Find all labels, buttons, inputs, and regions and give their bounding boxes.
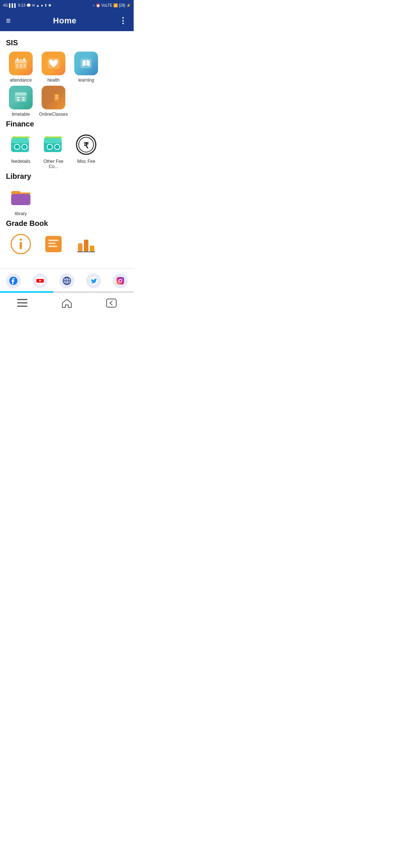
svg-point-40 [20,239,22,241]
gradebook-report-icon [42,232,65,256]
top-bar: ≡ Home ⋮ [0,10,134,31]
gradebook-chart-icon-box [74,232,98,256]
svg-rect-30 [44,138,62,143]
twitter-button[interactable] [86,273,101,288]
svg-rect-46 [78,243,82,251]
svg-text:₹: ₹ [84,141,89,150]
facebook-icon [9,276,18,285]
svg-rect-63 [17,302,27,303]
svg-text:↑: ↑ [24,145,26,149]
instagram-icon [116,276,125,285]
feedetails-item[interactable]: ↓ ↑ feedetails [6,133,36,169]
online-classes-icon-box [42,86,65,109]
library-item[interactable]: library [6,185,36,216]
web-button[interactable] [59,273,74,288]
svg-text:↑: ↑ [56,145,58,149]
svg-rect-14 [15,92,27,95]
alarm-icon: ⏰ [96,3,100,7]
more-options-button[interactable]: ⋮ [119,16,128,26]
bubble-icon: ● [41,3,43,7]
svg-rect-43 [48,240,59,241]
health-icon [46,56,61,71]
attendance-label: attendance [10,78,32,83]
nav-menu-button[interactable] [14,297,30,309]
svg-rect-24 [11,138,29,143]
other-fee-icon: ↓ ↑ [42,133,65,157]
nav-menu-icon [17,299,27,307]
status-left: 4G ▌▌▌ 9:13 💬 ✉ ▲ ● ⬆ ✱ [3,3,51,7]
time-display: 9:13 [18,3,25,7]
attendance-item[interactable]: attendance [6,52,36,83]
online-classes-item[interactable]: OnlineClasses [39,86,68,117]
other-fee-icon-box: ↓ ↑ [42,133,65,157]
gradebook-report-item[interactable] [39,232,68,258]
misc-fee-label: Misc Fee [77,159,95,164]
other-fee-item[interactable]: ↓ ↑ Other Fee Co... [39,133,68,169]
library-section-title: Library [6,172,128,181]
svg-rect-3 [23,58,25,61]
location-icon: ○ [92,3,95,7]
bolt-icon: ⚡ [126,3,131,7]
bottom-nav [0,293,134,315]
sis-icon-grid: attendance health learning [6,52,128,117]
battery-icon: [28] [119,3,125,7]
svg-rect-65 [107,299,116,307]
drive-icon: ▲ [36,3,40,7]
gradebook-info-item[interactable] [6,232,36,258]
web-icon [62,276,71,285]
youtube-icon [36,276,45,285]
timetable-label: timetable [12,112,30,117]
svg-rect-59 [117,277,124,285]
svg-rect-45 [48,246,57,247]
library-icon-box [9,185,33,209]
svg-rect-6 [24,65,26,65]
svg-rect-38 [11,194,30,205]
youtube-button[interactable] [33,273,48,288]
svg-rect-18 [22,99,25,101]
nav-home-button[interactable] [59,297,75,309]
svg-rect-48 [90,246,94,251]
svg-rect-16 [22,97,25,98]
timetable-item[interactable]: timetable [6,86,36,117]
signal-bars: ▌▌▌ [9,3,17,7]
other-fee-label: Other Fee Co... [39,159,68,169]
learning-label: learning [78,78,94,83]
nav-back-icon [106,299,117,308]
gradebook-chart-item[interactable] [71,232,101,258]
health-item[interactable]: health [39,52,68,83]
svg-text:↓: ↓ [49,145,51,149]
feedetails-icon: ↓ ↑ [9,133,33,157]
nav-home-icon [62,298,72,308]
library-label: library [15,211,27,216]
gradebook-chart-icon [74,232,98,256]
social-bar [0,269,134,291]
svg-rect-47 [84,240,88,251]
misc-fee-icon: ₹ [74,133,98,157]
feedetails-label: feedetails [11,159,30,164]
wifi-icon: 📶 [113,3,118,7]
signal-icon: 4G [3,3,8,7]
health-icon-box [42,52,65,75]
usb-icon: ⬆ [44,3,47,7]
svg-rect-41 [20,242,22,249]
svg-rect-22 [55,98,58,99]
main-content: SIS attendance [0,31,134,266]
gradebook-section-title: Grade Book [6,219,128,228]
svg-rect-8 [20,66,22,67]
progress-fill [0,291,53,293]
svg-rect-21 [55,95,58,96]
nav-back-button[interactable] [103,297,120,309]
finance-section-title: Finance [6,120,128,128]
volte-icon: VoLTE [101,3,112,7]
menu-button[interactable]: ≡ [6,16,11,26]
timetable-icon [13,90,28,105]
svg-rect-4 [16,65,18,65]
instagram-button[interactable] [113,273,128,288]
library-icon-grid: library [6,185,128,216]
facebook-button[interactable] [6,273,21,288]
message-icon: ✉ [32,3,35,7]
page-title: Home [53,16,76,26]
learning-item[interactable]: learning [71,52,101,83]
misc-fee-item[interactable]: ₹ Misc Fee [71,133,101,169]
svg-text:↓: ↓ [16,145,18,149]
